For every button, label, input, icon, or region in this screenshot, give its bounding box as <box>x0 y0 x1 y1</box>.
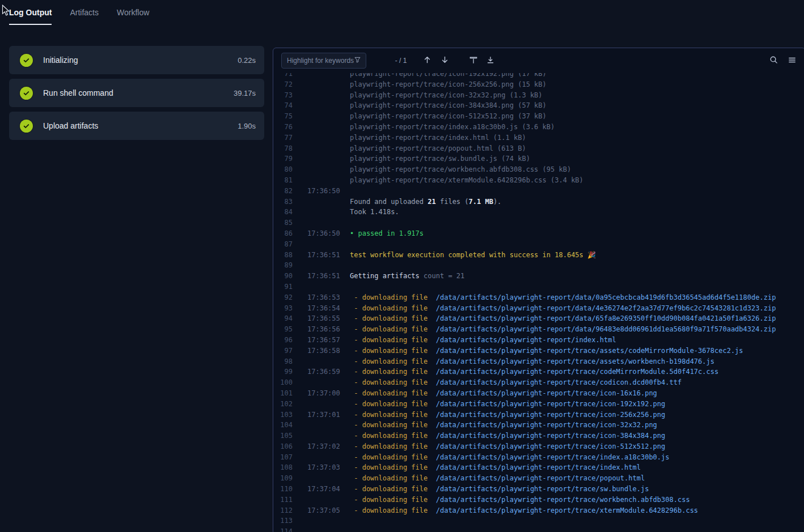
log-text-segment: /data/artifacts/playwright-report/trace/… <box>436 463 641 471</box>
log-text-segment: playwright-report/trace/icon-512x512.png… <box>350 112 547 120</box>
log-line: 85 <box>273 218 804 228</box>
line-number: 106 <box>273 441 293 452</box>
log-text-segment: 21 <box>428 198 435 206</box>
tab-workflow[interactable]: Workflow <box>117 0 149 25</box>
log-text-segment: /data/artifacts/playwright-report/trace/… <box>436 453 670 461</box>
line-number: 94 <box>273 313 293 324</box>
line-number: 75 <box>273 111 293 122</box>
step-run-shell-command[interactable]: Run shell command 39.17s <box>9 79 264 107</box>
line-number: 85 <box>273 218 293 228</box>
log-line: 9217:36:53 - downloading file /data/arti… <box>273 292 804 303</box>
log-line: 9617:36:57 - downloading file /data/arti… <box>273 335 804 346</box>
log-line: 111 - downloading file /data/artifacts/p… <box>273 495 804 505</box>
log-line: 98 - downloading file /data/artifacts/pl… <box>273 356 804 367</box>
log-text-segment: - downloading file <box>350 336 436 344</box>
log-text-segment: - downloading file <box>350 325 436 333</box>
line-timestamp: 17:36:50 <box>307 228 340 239</box>
log-line: 78playwright-report/trace/popout.html (6… <box>273 143 804 154</box>
success-check-icon <box>20 54 33 67</box>
step-initializing[interactable]: Initializing 0.22s <box>9 46 264 74</box>
log-text-segment: ). <box>493 198 501 206</box>
log-line: 91 <box>273 282 804 292</box>
log-line: 114 <box>273 526 804 532</box>
line-number: 108 <box>273 462 293 473</box>
log-text-segment: playwright-report/trace/index.a18c30b0.j… <box>350 123 555 131</box>
log-text-segment: - downloading file <box>350 293 436 301</box>
log-line: 100 - downloading file /data/artifacts/p… <box>273 377 804 388</box>
line-timestamp: 17:37:05 <box>307 505 340 516</box>
log-line: 76playwright-report/trace/index.a18c30b0… <box>273 122 804 133</box>
line-timestamp: 17:36:56 <box>307 324 340 335</box>
log-scroll-area[interactable]: 71playwright-report/trace/icon-192x192.p… <box>273 73 804 532</box>
highlight-keywords-input[interactable]: Highlight for keywords <box>281 53 366 69</box>
log-text-segment: /data/artifacts/playwright-report/data/6… <box>436 314 776 322</box>
log-line: 73playwright-report/trace/icon-32x32.png… <box>273 90 804 101</box>
search-log-button[interactable] <box>768 54 779 67</box>
log-text-segment: /data/artifacts/playwright-report/trace/… <box>436 496 690 504</box>
log-line: 102 - downloading file /data/artifacts/p… <box>273 399 804 410</box>
log-text-segment: /data/artifacts/playwright-report/trace/… <box>436 442 666 450</box>
download-log-button[interactable] <box>485 55 496 67</box>
step-label: Initializing <box>43 56 78 65</box>
step-list: Initializing 0.22s Run shell command 39.… <box>9 46 264 144</box>
log-text-segment: test workflow execution completed with s… <box>350 251 596 259</box>
filter-log-button[interactable] <box>468 55 479 67</box>
log-text-segment: - downloading file <box>350 389 436 397</box>
log-text-segment: - downloading file <box>350 432 436 440</box>
log-text-segment: /data/artifacts/playwright-report/trace/… <box>436 357 714 365</box>
line-timestamp: 17:36:58 <box>307 346 340 356</box>
line-number: 98 <box>273 356 293 367</box>
log-line: 9017:36:51Getting artifacts count = 21 <box>273 271 804 282</box>
log-text-segment: playwright-report/trace/icon-384x384.png… <box>350 101 547 109</box>
line-number: 73 <box>273 90 293 101</box>
line-number: 84 <box>273 207 293 218</box>
log-line: 74playwright-report/trace/icon-384x384.p… <box>273 100 804 111</box>
log-text-segment: /data/artifacts/playwright-report/trace/… <box>436 368 719 376</box>
log-line: 71playwright-report/trace/icon-192x192.p… <box>273 73 804 79</box>
step-upload-artifacts[interactable]: Upload artifacts 1.90s <box>9 112 264 140</box>
line-number: 72 <box>273 79 293 90</box>
log-line: 80playwright-report/trace/workbench.abfd… <box>273 164 804 175</box>
log-panel: Highlight for keywords - / 1 <box>273 48 804 532</box>
step-duration: 39.17s <box>234 89 256 97</box>
line-timestamp: 17:37:00 <box>307 388 340 399</box>
line-number: 99 <box>273 367 293 377</box>
log-line: 83Found and uploaded 21 files (7.1 MB). <box>273 197 804 207</box>
line-number: 81 <box>273 175 293 186</box>
line-number: 103 <box>273 410 293 420</box>
log-line: 87 <box>273 239 804 250</box>
log-line: 11017:37:04 - downloading file /data/art… <box>273 484 804 495</box>
next-match-button[interactable] <box>439 54 450 67</box>
log-line: 10817:37:03 - downloading file /data/art… <box>273 462 804 473</box>
log-text-segment: playwright-report/trace/xtermModule.6428… <box>350 176 583 184</box>
log-line: 107 - downloading file /data/artifacts/p… <box>273 452 804 463</box>
log-text-segment: playwright-report/trace/index.html (1.1 … <box>350 134 526 142</box>
log-text-segment: playwright-report/trace/icon-256x256.png… <box>350 80 547 88</box>
log-text-segment: playwright-report/trace/icon-192x192.png… <box>350 73 547 78</box>
log-text-segment: - downloading file <box>350 421 436 429</box>
more-options-button[interactable] <box>787 55 797 67</box>
log-line: 89 <box>273 260 804 271</box>
line-number: 76 <box>273 122 293 133</box>
tab-log-output[interactable]: Log Output <box>9 0 52 25</box>
log-line: 72playwright-report/trace/icon-256x256.p… <box>273 79 804 90</box>
line-number: 80 <box>273 164 293 175</box>
log-text-segment: /data/artifacts/playwright-report/data/4… <box>436 304 776 312</box>
log-text-segment: - downloading file <box>350 314 436 322</box>
log-line: 77playwright-report/trace/index.html (1.… <box>273 133 804 143</box>
log-text-segment: - downloading file <box>350 304 436 312</box>
log-line: 9717:36:58 - downloading file /data/arti… <box>273 346 804 356</box>
log-line: 9517:36:56 - downloading file /data/arti… <box>273 324 804 335</box>
log-line: 9317:36:54 - downloading file /data/arti… <box>273 303 804 314</box>
previous-match-button[interactable] <box>422 54 433 67</box>
line-number: 93 <box>273 303 293 314</box>
log-text-segment: /data/artifacts/playwright-report/trace/… <box>436 421 657 429</box>
tab-artifacts[interactable]: Artifacts <box>70 0 99 25</box>
log-line: 104 - downloading file /data/artifacts/p… <box>273 420 804 431</box>
line-number: 104 <box>273 420 293 431</box>
line-timestamp: 17:36:59 <box>307 367 340 377</box>
highlight-keywords-placeholder: Highlight for keywords <box>287 57 354 65</box>
log-text-segment: - downloading file <box>350 357 436 365</box>
log-text-segment: • passed in 1.917s <box>350 229 424 237</box>
line-number: 110 <box>273 484 293 495</box>
